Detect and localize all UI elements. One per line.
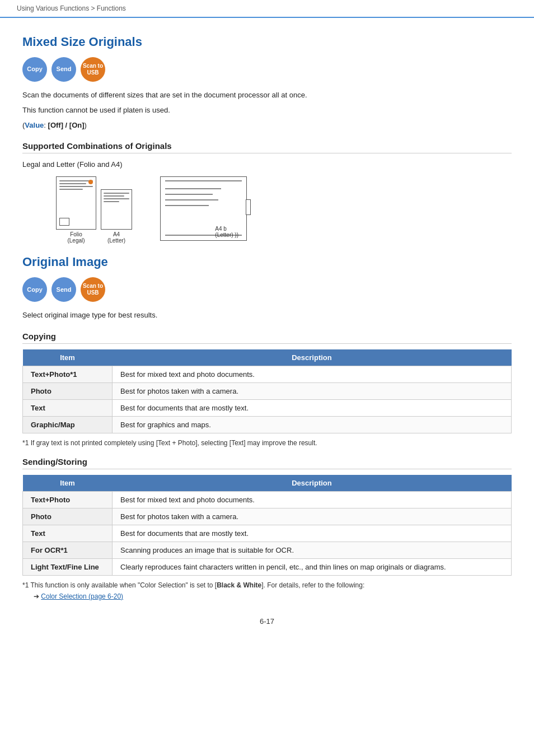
desc-cell: Best for documents that are mostly text. bbox=[113, 399, 512, 416]
diag-right-group: A4 b(Letter) )) bbox=[160, 176, 247, 241]
desc-cell: Best for mixed text and photo documents. bbox=[113, 366, 512, 382]
item-cell: Photo bbox=[23, 382, 113, 399]
table-row: TextBest for documents that are mostly t… bbox=[23, 399, 512, 416]
table-row: PhotoBest for photos taken with a camera… bbox=[23, 508, 512, 525]
section2-title: Original Image bbox=[22, 255, 512, 269]
a4-paper bbox=[101, 189, 132, 230]
combo-text: Legal and Letter (Folio and A4) bbox=[22, 159, 512, 171]
copying-col-item: Item bbox=[23, 349, 113, 366]
copying-table: Item Description Text+Photo*1Best for mi… bbox=[22, 349, 512, 433]
sending-footnote-link: ➔ Color Selection (page 6-20) bbox=[22, 592, 512, 600]
a4-label-right: A4 b(Letter) )) bbox=[215, 226, 238, 238]
section1-badges: Copy Send Scan to USB bbox=[22, 57, 512, 82]
badge-scan-1: Scan to USB bbox=[81, 57, 105, 82]
value-options: [Off] / [On] bbox=[48, 121, 85, 129]
table-row: Light Text/Fine LineClearly reproduces f… bbox=[23, 558, 512, 575]
badge-scan-2: Scan to USB bbox=[81, 277, 105, 302]
page-number: 6-17 bbox=[22, 617, 512, 626]
badge-copy-1: Copy bbox=[22, 57, 47, 82]
table-row: Graphic/MapBest for graphics and maps. bbox=[23, 416, 512, 433]
color-selection-link[interactable]: Color Selection (page 6-20) bbox=[41, 592, 123, 600]
item-cell: Text+Photo*1 bbox=[23, 366, 113, 382]
table-row: For OCR*1Scanning produces an image that… bbox=[23, 542, 512, 558]
section1-title: Mixed Size Originals bbox=[22, 35, 512, 49]
badge-copy-2: Copy bbox=[22, 277, 47, 302]
folio-label: Folio(Legal) bbox=[67, 231, 85, 244]
item-cell: Graphic/Map bbox=[23, 416, 113, 433]
section1-line2: This function cannot be used if platen i… bbox=[22, 105, 512, 116]
table-row: PhotoBest for photos taken with a camera… bbox=[23, 382, 512, 399]
table-row: Text+Photo*1Best for mixed text and phot… bbox=[23, 366, 512, 382]
sending-col-desc: Description bbox=[113, 475, 512, 492]
badge-send-1: Send bbox=[51, 57, 76, 82]
sending-title: Sending/Storing bbox=[22, 457, 512, 469]
item-cell: For OCR*1 bbox=[23, 542, 113, 558]
desc-cell: Best for photos taken with a camera. bbox=[113, 382, 512, 399]
section2-badges: Copy Send Scan to USB bbox=[22, 277, 512, 302]
desc-cell: Scanning produces an image that is suita… bbox=[113, 542, 512, 558]
copying-title: Copying bbox=[22, 332, 512, 344]
item-cell: Text bbox=[23, 525, 113, 542]
folio-paper bbox=[56, 176, 96, 230]
diag-left-group: Folio(Legal) A4(Letter) bbox=[56, 176, 132, 244]
breadcrumb: Using Various Functions > Functions bbox=[0, 0, 534, 18]
section1-value: (Value: [Off] / [On]) bbox=[22, 120, 512, 132]
sending-col-item: Item bbox=[23, 475, 113, 492]
table-row: TextBest for documents that are mostly t… bbox=[23, 525, 512, 542]
sending-table: Item Description Text+PhotoBest for mixe… bbox=[22, 475, 512, 576]
desc-cell: Clearly reproduces faint characters writ… bbox=[113, 558, 512, 575]
folio-diagram: Folio(Legal) bbox=[56, 176, 96, 244]
a4-diagram: A4(Letter) bbox=[101, 189, 132, 244]
combined-paper: A4 b(Letter) )) bbox=[160, 176, 247, 241]
item-cell: Photo bbox=[23, 508, 113, 525]
item-cell: Light Text/Fine Line bbox=[23, 558, 113, 575]
subsection-combinations: Supported Combinations of Originals bbox=[22, 141, 512, 153]
section2-intro: Select original image type for best resu… bbox=[22, 310, 512, 321]
desc-cell: Best for mixed text and photo documents. bbox=[113, 491, 512, 508]
value-label: Value bbox=[25, 121, 44, 129]
sending-footnote: *1 This function is only available when … bbox=[22, 581, 512, 589]
item-cell: Text bbox=[23, 399, 113, 416]
section1-line1: Scan the documents of different sizes th… bbox=[22, 90, 512, 101]
a4-label-left: A4(Letter) bbox=[107, 231, 125, 244]
item-cell: Text+Photo bbox=[23, 491, 113, 508]
desc-cell: Best for documents that are mostly text. bbox=[113, 525, 512, 542]
desc-cell: Best for graphics and maps. bbox=[113, 416, 512, 433]
badge-send-2: Send bbox=[51, 277, 76, 302]
copying-col-desc: Description bbox=[113, 349, 512, 366]
table-row: Text+PhotoBest for mixed text and photo … bbox=[23, 491, 512, 508]
desc-cell: Best for photos taken with a camera. bbox=[113, 508, 512, 525]
originals-diagram: Folio(Legal) A4(Letter) bbox=[56, 176, 478, 244]
copying-footnote: *1 If gray text is not printed completel… bbox=[22, 439, 512, 447]
